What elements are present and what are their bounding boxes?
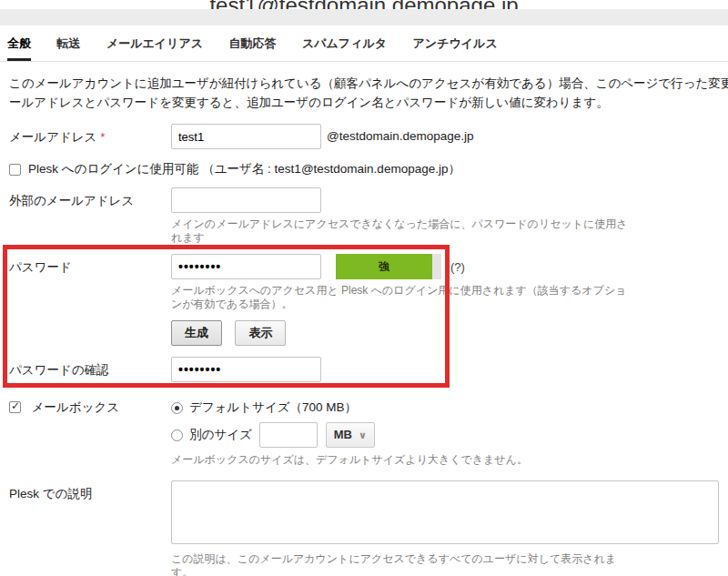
description-row: Plesk での説明 この説明は、このメールアカウントにアクセスできるすべてのユ… <box>0 480 728 576</box>
tab-forwarding[interactable]: 転送 <box>56 35 80 61</box>
description-hint: この説明は、このメールアカウントにアクセスできるすべてのユーザに対して表示されま… <box>171 552 728 576</box>
default-size-option[interactable]: デフォルトサイズ（700 MB） <box>171 399 728 417</box>
tab-antivirus[interactable]: アンチウイルス <box>413 35 498 61</box>
intro-line-2: ールアドレスとパスワードを変更すると、追加ユーザのログイン名とパスワードが新しい… <box>9 93 728 112</box>
mailbox-label: メールボックス <box>32 400 119 414</box>
password-confirm-label: パスワードの確認 <box>9 357 171 379</box>
tab-mail-aliases[interactable]: メールエイリアス <box>106 35 203 61</box>
mailbox-control: デフォルトサイズ（700 MB） 別のサイズ MB ∨ メールボックスのサイズは… <box>171 399 728 467</box>
tab-bar: 全般 転送 メールエイリアス 自動応答 スパムフィルタ アンチウイルス <box>0 25 728 62</box>
required-asterisk: * <box>100 130 105 144</box>
password-row: パスワード 強 (?) メールボックスへのアクセス用と Plesk へのログイン… <box>0 254 728 346</box>
password-buttons: 生成 表示 <box>171 320 728 346</box>
mailbox-checkbox[interactable] <box>9 401 21 413</box>
other-size-option[interactable]: 別のサイズ MB ∨ <box>171 422 728 448</box>
external-email-label: 外部のメールアドレス <box>9 187 171 209</box>
clipped-page-title: test1@testdomain.demopage.jp <box>0 0 728 9</box>
email-control: @testdomain.demopage.jp <box>171 124 728 149</box>
description-label: Plesk での説明 <box>9 480 171 502</box>
tab-general[interactable]: 全般 <box>7 35 31 61</box>
size-unit-select[interactable]: MB ∨ <box>326 422 375 448</box>
password-control: 強 (?) メールボックスへのアクセス用と Plesk へのログイン用に使用され… <box>171 254 728 346</box>
plesk-login-row[interactable]: Plesk へのログインに使用可能 （ユーザ名 : test1@testdoma… <box>0 161 728 177</box>
password-strength-meter: 強 <box>336 254 441 279</box>
external-email-input[interactable] <box>171 187 321 213</box>
chevron-down-icon: ∨ <box>359 426 367 444</box>
mailbox-row: メールボックス デフォルトサイズ（700 MB） 別のサイズ MB ∨ メールボ… <box>0 399 728 467</box>
tab-spam-filter[interactable]: スパムフィルタ <box>302 35 387 61</box>
email-domain-suffix: @testdomain.demopage.jp <box>327 124 474 149</box>
password-section: パスワード 強 (?) メールボックスへのアクセス用と Plesk へのログイン… <box>0 254 728 382</box>
email-row: メールアドレス * @testdomain.demopage.jp <box>0 124 728 149</box>
password-strength-fill: 強 <box>336 254 432 279</box>
password-label: パスワード <box>9 254 171 276</box>
email-label: メールアドレス * <box>9 124 171 146</box>
generate-password-button[interactable]: 生成 <box>171 320 222 346</box>
email-input[interactable] <box>171 124 321 149</box>
external-email-row: 外部のメールアドレス メインのメールアドレスにアクセスできなくなった場合に、パス… <box>0 187 728 245</box>
external-email-control: メインのメールアドレスにアクセスできなくなった場合に、パスワードのリセットに使用… <box>171 187 728 245</box>
description-textarea[interactable] <box>171 480 719 544</box>
show-password-button[interactable]: 表示 <box>235 320 286 346</box>
password-hint: メールボックスへのアクセス用と Plesk へのログイン用に使用されます（該当す… <box>171 284 728 311</box>
intro-line-1: このメールアカウントに追加ユーザが紐付けられている（顧客パネルへのアクセスが有効… <box>9 74 728 93</box>
password-confirm-row: パスワードの確認 <box>0 357 728 382</box>
toolbar-band <box>0 9 728 25</box>
size-unit-value: MB <box>334 426 352 444</box>
plesk-login-label: Plesk へのログインに使用可能 （ユーザ名 : test1@testdoma… <box>28 161 460 177</box>
password-confirm-control <box>171 357 728 382</box>
mailbox-label-group[interactable]: メールボックス <box>9 399 171 416</box>
intro-text: このメールアカウントに追加ユーザが紐付けられている（顧客パネルへのアクセスが有効… <box>9 74 728 112</box>
password-input[interactable] <box>171 254 321 279</box>
mailbox-hint: メールボックスのサイズは、デフォルトサイズより大きくできません。 <box>171 453 728 467</box>
tab-auto-reply[interactable]: 自動応答 <box>229 35 277 61</box>
default-size-radio[interactable] <box>171 402 183 414</box>
default-size-label: デフォルトサイズ（700 MB） <box>189 399 357 417</box>
external-email-hint: メインのメールアドレスにアクセスできなくなった場合に、パスワードのリセットに使用… <box>171 217 728 245</box>
plesk-login-checkbox[interactable] <box>9 164 21 176</box>
description-control: この説明は、このメールアカウントにアクセスできるすべてのユーザに対して表示されま… <box>171 480 728 576</box>
other-size-label: 別のサイズ <box>189 426 252 444</box>
password-help-link[interactable]: (?) <box>450 260 465 274</box>
other-size-input[interactable] <box>259 422 318 448</box>
general-settings-form: このメールアカウントに追加ユーザが紐付けられている（顧客パネルへのアクセスが有効… <box>0 74 728 576</box>
password-confirm-input[interactable] <box>171 357 321 382</box>
other-size-radio[interactable] <box>171 429 183 441</box>
